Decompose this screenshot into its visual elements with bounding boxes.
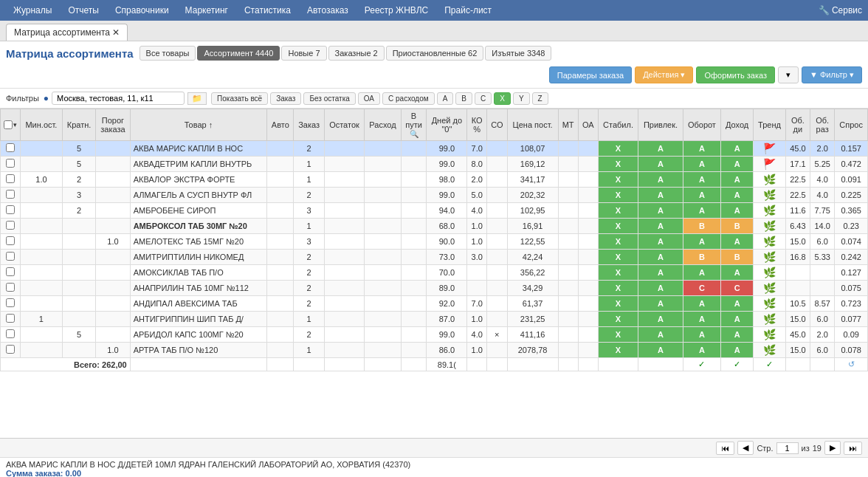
row-checkbox[interactable] xyxy=(6,314,15,323)
th-avto[interactable]: Авто xyxy=(267,109,294,141)
th-oa[interactable]: ОА xyxy=(578,109,598,141)
nav-autoorder[interactable]: Автозаказ xyxy=(300,2,356,18)
row-checkbox[interactable] xyxy=(6,329,15,338)
table-row[interactable]: 5 АРБИДОЛ КАПС 100МГ №20 2 99.0 4.0 × 41… xyxy=(1,327,868,343)
th-mt[interactable]: МТ xyxy=(558,109,578,141)
filter-tab-new[interactable]: Новые 7 xyxy=(281,46,326,61)
filter-tab-all[interactable]: Все товары xyxy=(140,46,196,61)
row-checkbox-cell[interactable] xyxy=(1,312,21,327)
chip-c[interactable]: C xyxy=(475,92,492,105)
chip-x[interactable]: X xyxy=(494,92,511,105)
row-tovar[interactable]: АКВАЛОР ЭКСТРА ФОРТЕ xyxy=(130,172,267,188)
th-checkbox[interactable]: ▾ xyxy=(1,109,21,141)
row-tovar[interactable]: АНТИГРИППИН ШИП ТАБ Д/ xyxy=(130,312,267,327)
th-kratn[interactable]: Кратн. xyxy=(62,109,95,141)
th-min-ost[interactable]: Мин.ост. xyxy=(21,109,63,141)
row-tovar[interactable]: АМБРОБЕНЕ СИРОП xyxy=(130,203,267,219)
footer-refresh[interactable]: ↺ xyxy=(835,358,868,371)
th-zakaz[interactable]: Заказ xyxy=(294,109,324,141)
row-checkbox-cell[interactable] xyxy=(1,203,21,219)
th-rashod[interactable]: Расход xyxy=(365,109,402,141)
th-privlek[interactable]: Привлек. xyxy=(638,109,683,141)
table-row[interactable]: 1.0 АМЕЛОТЕКС ТАБ 15МГ №20 3 90.0 1.0 12… xyxy=(1,234,868,250)
table-row[interactable]: 1 АНТИГРИППИН ШИП ТАБ Д/ 1 87.0 1.0 231,… xyxy=(1,312,868,327)
nav-marketing[interactable]: Маркетинг xyxy=(178,2,235,18)
row-checkbox[interactable] xyxy=(6,205,15,214)
row-checkbox[interactable] xyxy=(6,267,15,276)
th-ob-raz[interactable]: Об.раз xyxy=(810,109,835,141)
filter-tab-removed[interactable]: Изъятые 3348 xyxy=(485,46,551,61)
row-tovar[interactable]: АНАПРИЛИН ТАБ 10МГ №112 xyxy=(130,281,267,296)
filter-tab-paused[interactable]: Приостановленные 62 xyxy=(386,46,484,61)
nav-statistics[interactable]: Статистика xyxy=(237,2,298,18)
chip-oa[interactable]: ОА xyxy=(358,92,380,105)
nav-reports[interactable]: Отчеты xyxy=(61,2,106,18)
row-checkbox[interactable] xyxy=(6,143,15,152)
btn-order-dropdown[interactable]: ▾ xyxy=(778,66,799,83)
table-row[interactable]: 5 АКВАДЕТРИМ КАПЛИ ВНУТРЬ 1 99.0 8.0 169… xyxy=(1,157,868,172)
th-dohod[interactable]: Доход xyxy=(721,109,754,141)
th-ob-di[interactable]: Об.ди xyxy=(785,109,810,141)
table-row[interactable]: 2 АМБРОБЕНЕ СИРОП 3 94.0 4.0 102,95 X A … xyxy=(1,203,868,219)
row-checkbox-cell[interactable] xyxy=(1,141,21,157)
select-all-checkbox[interactable] xyxy=(4,120,13,129)
row-checkbox-cell[interactable] xyxy=(1,234,21,250)
th-co[interactable]: СО xyxy=(487,109,508,141)
row-checkbox-cell[interactable] xyxy=(1,188,21,203)
row-checkbox[interactable] xyxy=(6,221,15,230)
table-row[interactable]: АМИТРИПТИЛИН НИКОМЕД 2 73.0 3.0 42,24 X … xyxy=(1,250,868,265)
th-tovar[interactable]: Товар ↑ xyxy=(130,109,267,141)
chip-show-all[interactable]: Показать всё xyxy=(211,92,268,105)
row-tovar[interactable]: АМЕЛОТЕКС ТАБ 15МГ №20 xyxy=(130,234,267,250)
row-checkbox-cell[interactable] xyxy=(1,281,21,296)
th-trend[interactable]: Тренд xyxy=(754,109,786,141)
row-checkbox-cell[interactable] xyxy=(1,250,21,265)
btn-params[interactable]: Парамеры заказа xyxy=(549,66,632,83)
nav-pricelist[interactable]: Прайс-лист xyxy=(437,2,499,18)
row-checkbox[interactable] xyxy=(6,174,15,183)
row-tovar[interactable]: АМБРОКСОЛ ТАБ 30МГ №20 xyxy=(130,219,267,234)
th-porog[interactable]: Порогзаказа xyxy=(96,109,130,141)
row-tovar[interactable]: АКВА МАРИС КАПЛИ В НОС xyxy=(130,141,267,157)
browse-icon[interactable]: 📁 xyxy=(187,92,207,105)
table-row[interactable]: АМБРОКСОЛ ТАБ 30МГ №20 1 68.0 1.0 16,91 … xyxy=(1,219,868,234)
nav-registry[interactable]: Реестр ЖНВЛС xyxy=(357,2,435,18)
row-checkbox-cell[interactable] xyxy=(1,219,21,234)
btn-actions[interactable]: Действия ▾ xyxy=(635,66,693,83)
row-tovar[interactable]: АРТРА ТАБ П/О №120 xyxy=(130,343,267,358)
row-checkbox-cell[interactable] xyxy=(1,157,21,172)
page-next[interactable]: ▶ xyxy=(824,441,841,455)
th-tsena[interactable]: Цена пост. xyxy=(507,109,558,141)
table-row[interactable]: 5 АКВА МАРИС КАПЛИ В НОС 2 99.0 7.0 108,… xyxy=(1,141,868,157)
chip-with-expense[interactable]: С расходом xyxy=(382,92,435,105)
th-vputi[interactable]: Впути🔍 xyxy=(401,109,427,141)
row-tovar[interactable]: АЛМАГЕЛЬ А СУСП ВНУТР ФЛ xyxy=(130,188,267,203)
row-checkbox-cell[interactable] xyxy=(1,172,21,188)
nav-service[interactable]: 🔧 Сервис xyxy=(819,5,862,16)
chip-a[interactable]: A xyxy=(437,92,454,105)
btn-filter[interactable]: ▼ Фильтр ▾ xyxy=(802,66,862,83)
row-checkbox-cell[interactable] xyxy=(1,296,21,312)
row-checkbox-cell[interactable] xyxy=(1,343,21,358)
chip-y[interactable]: Y xyxy=(513,92,530,105)
th-ostatok[interactable]: Остаток xyxy=(324,109,364,141)
filter-tab-order[interactable]: Заказные 2 xyxy=(328,46,385,61)
row-tovar[interactable]: АМОКСИКЛАВ ТАБ П/О xyxy=(130,265,267,281)
chip-b[interactable]: B xyxy=(455,92,472,105)
page-first[interactable]: ⏮ xyxy=(716,442,734,455)
row-checkbox[interactable] xyxy=(6,159,15,168)
row-tovar[interactable]: АКВАДЕТРИМ КАПЛИ ВНУТРЬ xyxy=(130,157,267,172)
row-checkbox[interactable] xyxy=(6,298,15,307)
th-spros[interactable]: Спрос xyxy=(835,109,868,141)
page-input[interactable] xyxy=(776,442,799,454)
filter-tab-assortment[interactable]: Ассортимент 4440 xyxy=(197,46,280,61)
table-row[interactable]: 1.0 2 АКВАЛОР ЭКСТРА ФОРТЕ 1 98.0 2.0 34… xyxy=(1,172,868,188)
page-last[interactable]: ⏭ xyxy=(844,442,862,455)
table-row[interactable]: АНАПРИЛИН ТАБ 10МГ №112 2 89.0 34,29 X A… xyxy=(1,281,868,296)
row-checkbox-cell[interactable] xyxy=(1,265,21,281)
th-days[interactable]: Дней до"0" xyxy=(427,109,467,141)
row-checkbox[interactable] xyxy=(6,283,15,292)
th-stabil[interactable]: Стабил. xyxy=(598,109,638,141)
th-ko[interactable]: КО% xyxy=(467,109,487,141)
nav-journals[interactable]: Журналы xyxy=(6,2,59,18)
